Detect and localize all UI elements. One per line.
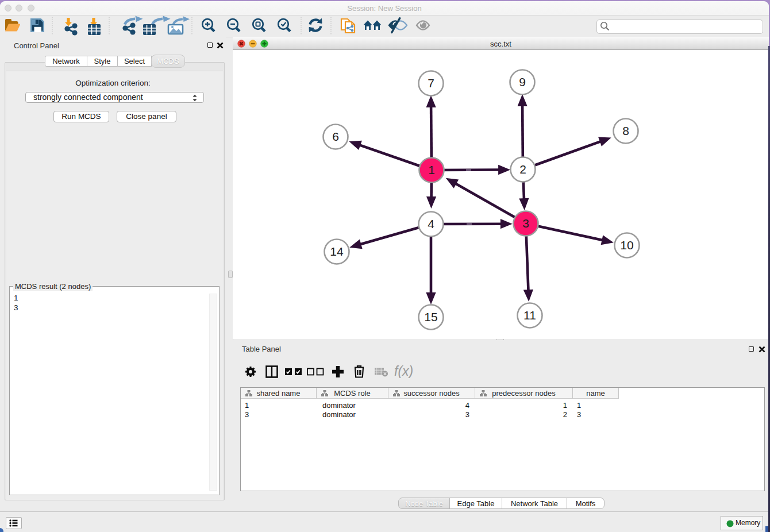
svg-text:14: 14 <box>330 245 344 258</box>
svg-text:8: 8 <box>622 124 629 137</box>
svg-text:2: 2 <box>519 163 526 176</box>
svg-text:11: 11 <box>523 309 536 322</box>
svg-text:9: 9 <box>519 75 526 88</box>
svg-text:10: 10 <box>620 238 633 252</box>
svg-text:3: 3 <box>522 217 529 230</box>
svg-text:f(x): f(x) <box>394 364 413 378</box>
svg-text:4: 4 <box>428 217 434 230</box>
svg-text:1: 1 <box>428 163 435 176</box>
svg-text:15: 15 <box>424 310 437 323</box>
svg-text:7: 7 <box>428 76 434 90</box>
svg-text:6: 6 <box>332 130 339 143</box>
